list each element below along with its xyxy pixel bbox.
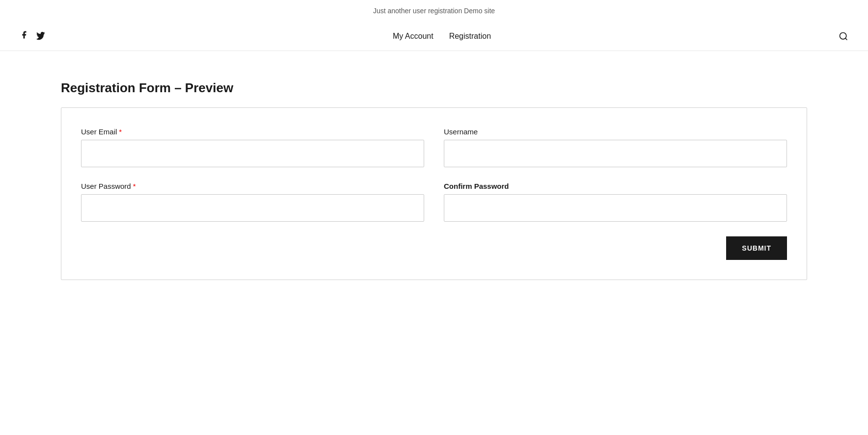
page-title: Registration Form – Preview <box>61 80 807 96</box>
user-email-label: User Email* <box>81 128 424 136</box>
svg-line-1 <box>845 38 847 40</box>
form-row-1: User Email* Username <box>81 128 787 167</box>
confirm-password-field: Confirm Password <box>444 182 787 222</box>
form-row-2: User Password* Confirm Password <box>81 182 787 222</box>
search-button[interactable] <box>839 31 848 41</box>
required-star-password: * <box>133 182 136 190</box>
user-email-input[interactable] <box>81 140 424 167</box>
svg-point-0 <box>840 32 846 39</box>
confirm-password-label: Confirm Password <box>444 182 787 190</box>
user-password-input[interactable] <box>81 194 424 222</box>
twitter-icon[interactable] <box>36 31 45 41</box>
social-icons <box>20 30 45 42</box>
user-password-field: User Password* <box>81 182 424 222</box>
confirm-password-input[interactable] <box>444 194 787 222</box>
required-star-email: * <box>119 128 122 136</box>
site-tagline: Just another user registration Demo site <box>0 0 868 22</box>
user-email-field: User Email* <box>81 128 424 167</box>
username-field: Username <box>444 128 787 167</box>
facebook-icon[interactable] <box>20 30 28 42</box>
form-footer: SUBMIT <box>81 236 787 260</box>
submit-button[interactable]: SUBMIT <box>726 236 787 260</box>
user-password-label: User Password* <box>81 182 424 190</box>
main-nav: My Account Registration <box>393 32 491 41</box>
username-input[interactable] <box>444 140 787 167</box>
nav-my-account[interactable]: My Account <box>393 32 434 41</box>
main-content: Registration Form – Preview User Email* … <box>41 51 827 300</box>
nav-registration[interactable]: Registration <box>449 32 491 41</box>
site-header: My Account Registration <box>0 22 868 51</box>
registration-form: User Email* Username User Password* <box>61 107 807 280</box>
username-label: Username <box>444 128 787 136</box>
